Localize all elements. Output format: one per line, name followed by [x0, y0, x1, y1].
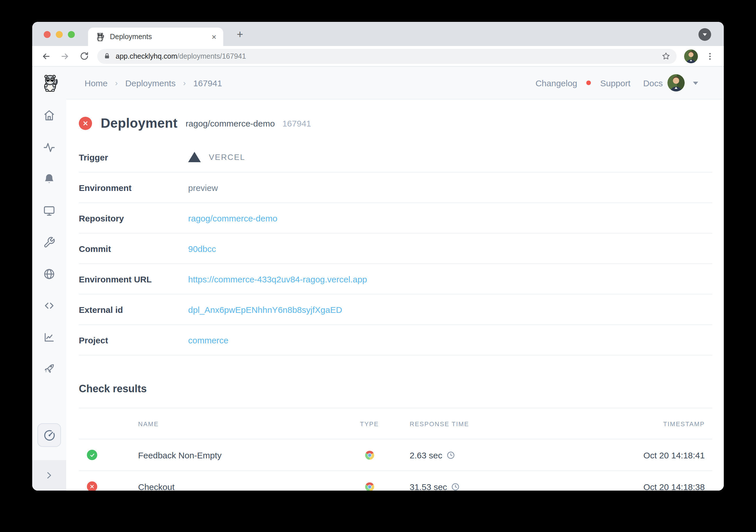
nav-docs[interactable]: Docs [643, 78, 663, 88]
column-header-name: NAME [138, 420, 349, 427]
check-timestamp: Oct 20 14:18:38 [516, 482, 712, 491]
check-passed-icon [87, 450, 97, 460]
field-row-environment-url: Environment URL https://commerce-433q2uv… [79, 264, 712, 294]
user-avatar[interactable] [667, 74, 685, 92]
response-time-value: 2.63 sec [410, 450, 442, 460]
check-results-heading: Check results [79, 383, 712, 395]
browser-tab[interactable]: Deployments × [88, 28, 223, 46]
deployment-repo-subtitle: ragog/commerce-demo [186, 118, 275, 128]
browser-menu-icon[interactable] [705, 51, 715, 61]
chart-icon [43, 331, 55, 343]
column-header-response-time: RESPONSE TIME [390, 420, 516, 427]
commit-link[interactable]: 90dbcc [188, 244, 712, 253]
column-header-type: TYPE [349, 420, 390, 427]
app-sidebar [32, 99, 66, 491]
response-time-cell: 2.63 sec [390, 450, 516, 460]
forward-arrow-icon [60, 51, 70, 61]
sidebar-item-deployments-selected[interactable] [38, 423, 61, 447]
back-button[interactable] [40, 50, 52, 62]
table-row[interactable]: Checkout [79, 470, 712, 491]
check-name[interactable]: Feedback Non-Empty [138, 450, 349, 460]
breadcrumb-separator-icon: › [115, 78, 118, 88]
field-row-commit: Commit 90dbcc [79, 233, 712, 264]
monitor-icon [43, 205, 55, 217]
sidebar-item-checks[interactable] [43, 142, 55, 153]
url-bar[interactable]: app.checklyhq.com/deployments/167941 [97, 49, 677, 64]
url-host: app.checklyhq.com [116, 52, 177, 60]
nav-changelog[interactable]: Changelog [535, 78, 577, 88]
url-path: /deployments/167941 [177, 52, 246, 60]
breadcrumb-deployments[interactable]: Deployments [125, 78, 176, 88]
rocket-icon [43, 362, 55, 374]
field-row-external-id: External id dpl_Anx6pwEpENhhnY6n8b8syjfX… [79, 294, 712, 325]
field-label: Project [79, 335, 188, 345]
sidebar-item-analytics[interactable] [43, 331, 55, 343]
clock-icon [451, 482, 460, 491]
sidebar-item-alerts[interactable] [43, 173, 55, 185]
field-value-trigger: VERCEL [188, 152, 712, 162]
deployment-title-row: Deployment ragog/commerce-demo 167941 [79, 115, 712, 131]
browser-profile-avatar[interactable] [684, 49, 698, 63]
code-icon [43, 300, 55, 312]
sidebar-item-home[interactable] [43, 109, 55, 121]
field-label: Repository [79, 213, 188, 223]
breadcrumb: Home › Deployments › 167941 [85, 78, 222, 88]
tab-search-menu-button[interactable] [698, 28, 711, 41]
chevron-down-icon [702, 32, 708, 38]
sidebar-item-maintenance[interactable] [43, 236, 55, 249]
field-row-project: Project commerce [79, 325, 712, 356]
account-menu-caret-icon[interactable] [693, 81, 698, 85]
forward-button[interactable] [59, 50, 71, 62]
checkly-logo[interactable] [41, 74, 59, 92]
breadcrumb-home[interactable]: Home [85, 78, 108, 88]
field-row-trigger: Trigger VERCEL [79, 142, 712, 173]
lock-icon [104, 52, 110, 60]
response-time-value: 31.53 sec [410, 482, 447, 491]
bell-icon [43, 173, 55, 185]
field-label: External id [79, 305, 188, 314]
sidebar-item-snippets[interactable] [43, 300, 55, 312]
check-failed-icon [87, 481, 97, 491]
check-results-table: NAME TYPE RESPONSE TIME TIMESTAMP [79, 408, 712, 491]
repository-link[interactable]: ragog/commerce-demo [188, 213, 712, 223]
wrench-icon [43, 236, 55, 249]
activity-icon [43, 142, 55, 153]
browser-window: Deployments × + [32, 22, 724, 491]
check-name[interactable]: Checkout [138, 482, 349, 491]
field-label: Trigger [79, 152, 188, 162]
screen: Deployments × + [0, 0, 756, 532]
table-row[interactable]: Feedback Non-Empty [79, 439, 712, 470]
external-id-link[interactable]: dpl_Anx6pwEpENhhnY6n8b8syjfXgaED [188, 305, 712, 314]
minimize-window-button[interactable] [56, 31, 63, 38]
reload-icon [79, 51, 89, 61]
close-window-button[interactable] [44, 31, 51, 38]
nav-support[interactable]: Support [600, 78, 631, 88]
field-row-repository: Repository ragog/commerce-demo [79, 203, 712, 233]
environment-url-link[interactable]: https://commerce-433q2uv84-ragog.vercel.… [188, 274, 712, 284]
project-link[interactable]: commerce [188, 335, 712, 345]
vercel-label: VERCEL [209, 152, 245, 162]
deployment-fields: Trigger VERCEL Environment preview Repos… [79, 142, 712, 356]
vercel-logo-icon [188, 152, 201, 162]
field-label: Commit [79, 244, 188, 253]
bookmark-star-icon[interactable] [662, 52, 670, 60]
new-tab-button[interactable]: + [232, 27, 247, 42]
url-text: app.checklyhq.com/deployments/167941 [116, 52, 657, 60]
chevron-right-icon [45, 471, 54, 480]
sidebar-collapse-strip[interactable] [32, 460, 66, 491]
sidebar-item-quickstart[interactable] [43, 362, 55, 374]
zoom-window-button[interactable] [68, 31, 75, 38]
sidebar-item-private-locations[interactable] [43, 268, 55, 280]
check-status-cell [79, 481, 138, 491]
table-header-row: NAME TYPE RESPONSE TIME TIMESTAMP [79, 408, 712, 439]
tab-close-icon[interactable]: × [211, 32, 217, 41]
chrome-browser-icon [364, 482, 374, 491]
field-label: Environment [79, 183, 188, 192]
deployment-status-failed-icon [79, 117, 92, 130]
reload-button[interactable] [78, 50, 90, 62]
breadcrumb-separator-icon: › [183, 78, 186, 88]
field-value: preview [188, 183, 712, 192]
sidebar-item-dashboards[interactable] [43, 205, 55, 217]
back-arrow-icon [41, 51, 51, 61]
home-icon [43, 109, 55, 121]
